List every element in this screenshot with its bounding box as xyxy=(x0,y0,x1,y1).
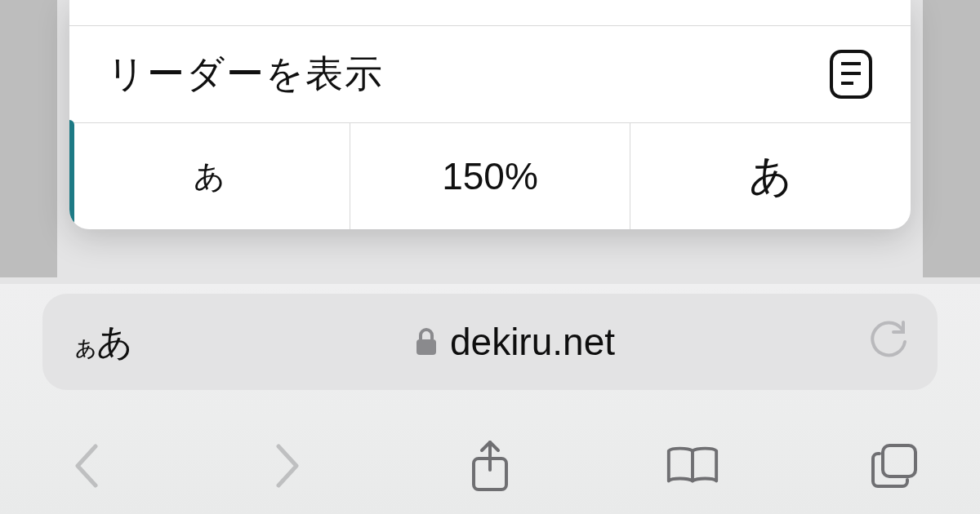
text-size-increase-button[interactable]: あ xyxy=(630,123,911,229)
text-size-row: あ 150% あ xyxy=(69,123,911,229)
bookmarks-button[interactable] xyxy=(664,437,721,494)
tabs-button[interactable] xyxy=(866,437,923,494)
svg-rect-8 xyxy=(883,445,915,476)
show-reader-label: リーダーを表示 xyxy=(107,49,384,100)
reload-button[interactable] xyxy=(859,321,908,363)
url-display[interactable]: dekiru.net xyxy=(170,320,859,364)
address-bar[interactable]: ぁあ dekiru.net xyxy=(42,294,938,390)
svg-rect-4 xyxy=(416,339,436,355)
reader-icon xyxy=(829,49,873,100)
page-settings-button[interactable]: ぁあ xyxy=(72,318,170,366)
back-button[interactable] xyxy=(57,437,114,494)
forward-button[interactable] xyxy=(260,437,317,494)
lock-icon xyxy=(414,326,439,357)
bottom-toolbar xyxy=(0,418,980,514)
share-button[interactable] xyxy=(461,437,519,494)
page-settings-popover: リーダーを表示 あ 150% あ xyxy=(69,0,911,229)
url-text: dekiru.net xyxy=(450,320,615,364)
accent-mark xyxy=(69,120,74,226)
show-reader-row[interactable]: リーダーを表示 xyxy=(69,26,911,123)
text-size-value[interactable]: 150% xyxy=(350,123,630,229)
text-size-decrease-button[interactable]: あ xyxy=(69,123,350,229)
address-bar-area: ぁあ dekiru.net xyxy=(0,284,980,418)
